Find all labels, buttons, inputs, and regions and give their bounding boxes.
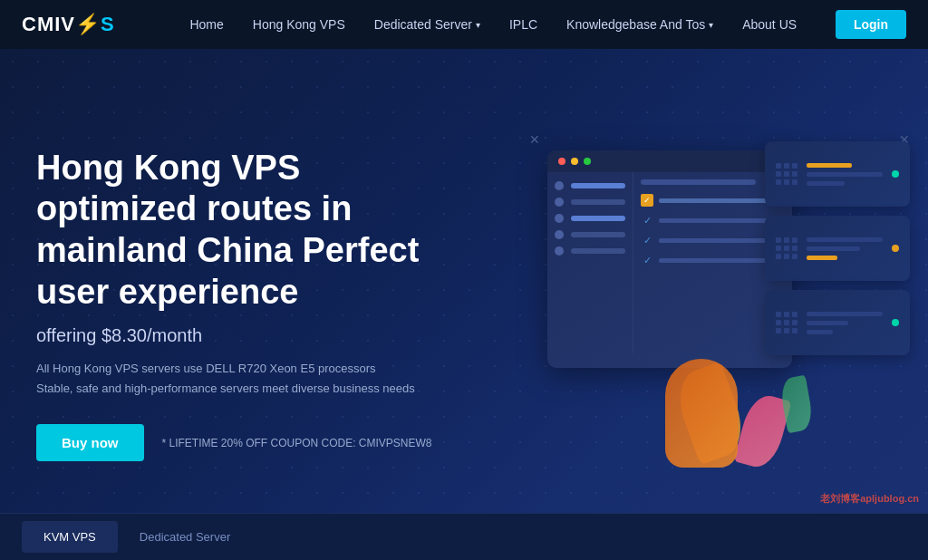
checkbox-row-checked: ✓	[641, 194, 785, 207]
sidebar-items	[555, 181, 625, 256]
server-indicator-orange	[892, 245, 899, 252]
s-dot	[776, 328, 781, 333]
sidebar-dot	[555, 214, 564, 223]
server-line-accent	[807, 163, 852, 168]
s-dot	[784, 254, 789, 259]
knowledgebase-dropdown-icon: ▾	[709, 20, 713, 30]
checkbox-checked: ✓	[641, 194, 653, 207]
s-dot	[792, 163, 798, 169]
nav-item-knowledgebase[interactable]: Knowledgebase And Tos ▾	[552, 0, 728, 49]
sidebar-item	[555, 246, 625, 256]
hero-illustration: ✕ ✕	[520, 123, 910, 486]
sidebar-dot	[555, 246, 564, 256]
server-line	[807, 321, 848, 325]
sidebar-bar	[571, 216, 625, 221]
content-header-bar	[641, 179, 756, 185]
sidebar-dot	[555, 230, 564, 239]
dot-yellow	[571, 158, 578, 165]
login-button[interactable]: Login	[836, 10, 906, 39]
server-line-accent	[807, 256, 837, 260]
server-lines	[807, 312, 883, 334]
logo-text: CMIV⚡S	[22, 13, 115, 36]
server-lines	[807, 237, 883, 260]
server-line	[807, 237, 883, 242]
sidebar-item	[555, 198, 625, 207]
server-dots	[776, 237, 798, 259]
sidebar-bar	[571, 248, 625, 254]
server-card-1	[765, 141, 910, 207]
nav-item-dedicated[interactable]: Dedicated Server ▾	[360, 0, 495, 49]
hero-title: Hong Kong VPS optimized routes in mainla…	[36, 148, 435, 313]
s-dot	[784, 179, 789, 185]
window-titlebar	[547, 150, 792, 172]
checkmark-icon: ✓	[641, 254, 653, 266]
s-dot	[792, 237, 798, 243]
s-dot	[776, 163, 781, 169]
nav-item-hkvps[interactable]: Hong Kong VPS	[238, 0, 360, 49]
illustration-main-window: ✓ ✓ ✓ ✓	[547, 150, 792, 368]
s-dot	[792, 312, 798, 317]
s-dot	[792, 171, 798, 177]
logo: CMIV⚡S	[22, 13, 115, 36]
server-dots	[776, 312, 798, 333]
s-dot	[792, 320, 798, 325]
s-dot	[784, 171, 789, 177]
s-dot	[784, 237, 789, 243]
s-dot	[784, 320, 789, 325]
s-dot	[776, 312, 781, 317]
s-dot	[784, 312, 789, 317]
hero-section: Hong Kong VPS optimized routes in mainla…	[0, 49, 928, 560]
server-cards	[765, 141, 910, 355]
server-dots	[776, 163, 798, 185]
window-sidebar	[547, 172, 633, 353]
sidebar-item	[555, 230, 625, 239]
server-line	[807, 312, 883, 316]
nav-item-home[interactable]: Home	[175, 0, 237, 49]
s-dot	[776, 320, 781, 325]
checkbox-row-empty: ✓	[641, 214, 785, 227]
watermark: 老刘博客apljublog.cn	[820, 492, 919, 506]
checkmark-icon: ✓	[641, 214, 653, 227]
hero-actions: Buy now * LIFETIME 20% OFF COUPON CODE: …	[36, 424, 435, 461]
nav-links: Home Hong Kong VPS Dedicated Server ▾ IP…	[151, 0, 836, 49]
tab-kvm-vps[interactable]: KVM VPS	[22, 521, 118, 553]
server-indicator	[892, 170, 899, 178]
sidebar-dot	[555, 181, 564, 190]
coupon-text: * LIFETIME 20% OFF COUPON CODE: CMIVPSNE…	[162, 437, 432, 449]
nav-item-iplc[interactable]: IPLC	[495, 0, 552, 49]
sidebar-bar	[571, 232, 625, 237]
buy-now-button[interactable]: Buy now	[36, 424, 144, 461]
close-x-left[interactable]: ✕	[529, 132, 540, 147]
server-line	[807, 246, 860, 251]
sidebar-bar	[571, 199, 625, 205]
s-dot	[792, 246, 798, 251]
s-dot	[776, 179, 781, 185]
server-lines	[807, 163, 883, 186]
s-dot	[776, 246, 781, 251]
navbar: CMIV⚡S Home Hong Kong VPS Dedicated Serv…	[0, 0, 928, 49]
s-dot	[784, 246, 789, 251]
hero-price: offering $8.30/month	[36, 325, 435, 346]
nav-item-aboutus[interactable]: About US	[728, 0, 811, 49]
dot-green	[584, 158, 591, 165]
s-dot	[792, 179, 798, 185]
server-line	[807, 330, 833, 334]
sidebar-dot	[555, 198, 564, 207]
dot-red	[558, 158, 566, 165]
hand-decoration	[665, 359, 738, 468]
hero-description: All Hong Kong VPS servers use DELL R720 …	[36, 359, 435, 399]
server-line	[807, 181, 845, 186]
dedicated-dropdown-icon: ▾	[476, 20, 480, 30]
tabs-bar: KVM VPS Dedicated Server	[0, 513, 928, 560]
server-line	[807, 172, 883, 177]
s-dot	[776, 254, 781, 259]
s-dot	[792, 254, 798, 259]
checkbox-row-empty3: ✓	[641, 254, 785, 266]
s-dot	[784, 328, 789, 333]
s-dot	[776, 171, 781, 177]
tab-dedicated-server[interactable]: Dedicated Server	[118, 521, 252, 553]
server-indicator	[892, 319, 899, 326]
checkmark-icon: ✓	[641, 234, 653, 246]
s-dot	[784, 163, 789, 169]
sidebar-item	[555, 214, 625, 223]
